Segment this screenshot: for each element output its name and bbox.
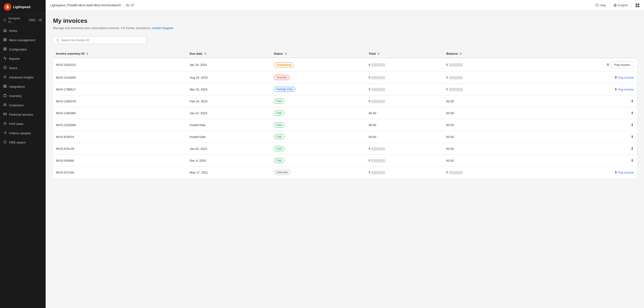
download-icon[interactable]: ⬇: [631, 147, 634, 151]
cell-due-date: Feb 16, 2023: [187, 95, 271, 107]
cell-due-date: Invalid Date: [187, 131, 271, 143]
logo[interactable]: Lightspeed: [0, 0, 46, 14]
svg-rect-4: [4, 40, 5, 41]
status-badge: Paid: [274, 110, 284, 116]
status-badge: Paid: [274, 146, 284, 151]
total-value: €0.00: [368, 135, 376, 139]
help-button[interactable]: Help: [595, 3, 606, 7]
apps-button[interactable]: [636, 3, 639, 7]
sidebar-item-customers[interactable]: Customers ›: [0, 100, 46, 110]
sidebar-item-label: Customers: [9, 103, 39, 107]
download-icon[interactable]: ⬇: [631, 135, 634, 139]
download-icon[interactable]: ⬇: [631, 99, 634, 103]
svg-rect-20: [4, 85, 5, 86]
cell-balance: €0.00: [444, 95, 521, 107]
grid-cell-4: [638, 5, 639, 7]
sidebar-item-label: Advanced insights: [9, 76, 42, 79]
invoice-table: Invoice summary ID ⇅ Due date ⇅ Status ⇅…: [53, 49, 636, 178]
download-icon[interactable]: ⬇: [606, 63, 610, 66]
cell-actions: ⬇: [521, 155, 636, 167]
sidebar-item-hours[interactable]: Hours ›: [0, 63, 46, 73]
sidebar-item-inventory[interactable]: Inventory ›: [0, 91, 46, 100]
status-badge: Paid: [274, 158, 284, 163]
col-invoice-id-label: Invoice summary ID: [56, 52, 84, 55]
status-badge: Unknown: [274, 170, 290, 175]
cell-status: Partially Paid: [271, 83, 366, 95]
balance-value: €0.00: [446, 159, 454, 162]
page-title: My invoices: [53, 17, 636, 24]
cell-actions: ⬇: [521, 131, 636, 143]
search-input[interactable]: [61, 38, 143, 42]
svg-point-1: [4, 19, 6, 21]
sidebar-item-menu-management[interactable]: Menu management ›: [0, 35, 46, 45]
cell-due-date: Apr 19, 2024: [187, 58, 271, 72]
pms-icon: [3, 140, 7, 144]
k-key: K: [38, 19, 42, 22]
sort-due-date-icon[interactable]: ⇅: [204, 52, 206, 55]
pay-invoice-link[interactable]: Pay invoice: [618, 76, 634, 79]
sort-status-icon[interactable]: ⇅: [285, 52, 287, 55]
language-selector[interactable]: English: [614, 3, 628, 7]
blurred-total: [371, 63, 385, 66]
col-due-date-label: Due date: [190, 52, 202, 55]
sidebar-item-home[interactable]: Home: [0, 26, 46, 35]
sidebar-item-configuration[interactable]: Configuration ›: [0, 45, 46, 54]
col-total: Total ⇅: [366, 49, 443, 58]
pay-invoice-link[interactable]: Pay invoice: [618, 171, 634, 174]
sidebar-item-pms-search[interactable]: PMS search: [0, 138, 46, 147]
download-icon[interactable]: ⬇: [614, 75, 618, 79]
cell-status: Paid: [271, 155, 366, 167]
sort-balance-icon[interactable]: ⇅: [460, 52, 462, 55]
table-row: INVS-1513050 Aug 23, 2023 Overdue € € ⬇ …: [53, 72, 636, 83]
cell-actions: ⬇: [521, 143, 636, 155]
pay-invoice-button[interactable]: Pay invoice: [610, 61, 634, 68]
download-icon[interactable]: ⬇: [614, 87, 618, 91]
invoice-tbody: INVS-1831015 Apr 19, 2024 Outstanding € …: [53, 58, 636, 178]
blurred-total: [371, 88, 385, 91]
sidebar-item-criteria-samples[interactable]: Criteria samples: [0, 128, 46, 138]
main-content: Lightspeed_f76daff3-dbc5-4ad5-962a-92c91…: [46, 0, 644, 308]
cell-invoice-id: INVS-1252668: [53, 119, 187, 131]
col-balance-label: Balance: [446, 52, 458, 55]
balance-value: €0.00: [446, 135, 454, 139]
cell-due-date: Aug 23, 2023: [187, 72, 271, 83]
sidebar-item-financial-services[interactable]: Financial services: [0, 110, 46, 119]
download-icon[interactable]: ⬇: [631, 111, 634, 115]
col-status: Status ⇅: [271, 49, 366, 58]
search-box: [53, 36, 146, 44]
sidebar-item-advanced-insights[interactable]: Advanced insights: [0, 73, 46, 82]
sort-invoice-id-icon[interactable]: ⇅: [86, 52, 88, 55]
cell-status: Paid: [271, 107, 366, 119]
download-icon[interactable]: ⬇: [631, 123, 634, 127]
total-value: €0.00: [368, 111, 376, 115]
sidebar-item-label: PMS search: [9, 141, 42, 144]
cell-actions: ⬇: [521, 95, 636, 107]
blurred-balance: [449, 171, 463, 174]
navigate-button[interactable]: Navigate to… Cmd + K: [0, 14, 46, 26]
blurred-total: [371, 100, 385, 103]
cell-total: €: [366, 72, 443, 83]
cell-invoice-id: INVS-1280360: [53, 107, 187, 119]
download-icon[interactable]: ⬇: [614, 170, 618, 174]
table-row: INVS-563946 Dec 9, 2020 Paid € €0.00 ⬇: [53, 155, 636, 167]
cell-balance: €: [444, 167, 521, 178]
sidebar: Lightspeed Navigate to… Cmd + K Home Men…: [0, 0, 46, 308]
cell-due-date: Invalid Date: [187, 119, 271, 131]
search-icon: [56, 39, 59, 42]
sidebar-item-label: Menu management: [9, 38, 39, 42]
pay-invoice-link[interactable]: Pay invoice: [618, 88, 634, 91]
download-icon[interactable]: ⬇: [631, 158, 634, 162]
financial-icon: [3, 112, 7, 117]
svg-rect-23: [5, 86, 6, 87]
sidebar-item-pos-tasks[interactable]: POS tasks: [0, 119, 46, 128]
sidebar-item-reports[interactable]: Reports ›: [0, 54, 46, 63]
col-invoice-id: Invoice summary ID ⇅: [53, 49, 187, 58]
sidebar-item-integrations[interactable]: Integrations ›: [0, 82, 46, 91]
sidebar-item-label: Home: [9, 29, 42, 32]
sort-total-icon[interactable]: ⇅: [378, 52, 380, 55]
contact-support-link[interactable]: contact Support.: [152, 26, 174, 30]
cell-actions: ⬇: [521, 119, 636, 131]
col-status-label: Status: [274, 52, 283, 55]
navigate-label: Navigate to…: [8, 16, 26, 23]
svg-rect-22: [4, 86, 5, 87]
